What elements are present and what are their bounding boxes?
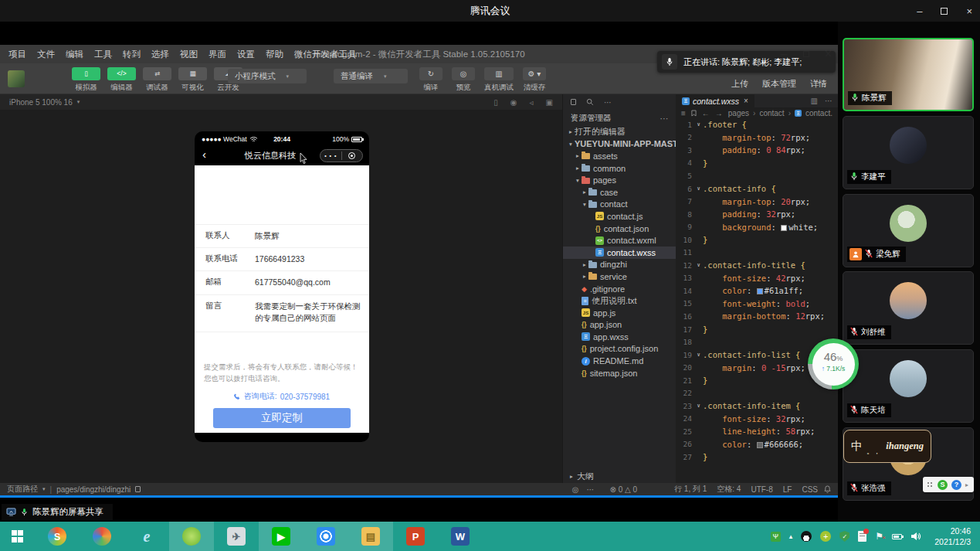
mode-编辑器[interactable]: </>编辑器 — [107, 67, 136, 93]
statusbar-行 1, 列 1[interactable]: 行 1, 列 1 — [674, 484, 707, 495]
editor-more-icon[interactable]: ⋯ — [825, 97, 832, 105]
participant-tile-陈天培[interactable]: 陈天培 — [843, 349, 974, 423]
toolbar-right-版本管理[interactable]: 版本管理 — [762, 78, 796, 90]
more-icon[interactable]: ⋯ — [604, 98, 612, 107]
code-line[interactable]: 25 line-height: 58rpx; — [676, 425, 838, 438]
list-icon[interactable]: ≡ — [681, 109, 686, 117]
tree-item-contact.wxml[interactable]: <>contact.wxml — [563, 234, 676, 247]
code-line[interactable]: 4} — [676, 157, 838, 170]
shield-icon[interactable]: ✓ — [839, 531, 849, 542]
code-line[interactable]: 17} — [676, 323, 838, 336]
tree-item-dingzhi[interactable]: ▸dingzhi — [563, 259, 676, 271]
tree-item-contact[interactable]: ▾contact — [563, 199, 676, 211]
speaker-icon[interactable] — [910, 532, 921, 541]
tree-item-README.md[interactable]: iREADME.md — [563, 355, 676, 367]
toolbar-right-上传[interactable]: 上传 — [731, 78, 748, 90]
statusbar-UTF-8[interactable]: UTF-8 — [751, 485, 772, 494]
mode-模拟器[interactable]: ▯模拟器 — [72, 67, 100, 93]
help-icon[interactable]: ? — [951, 480, 961, 490]
search-icon[interactable] — [586, 98, 594, 106]
bookmark-icon[interactable] — [691, 110, 697, 117]
menu-item-设置[interactable]: 设置 — [232, 49, 260, 60]
nav-forward-icon[interactable]: → — [715, 109, 723, 117]
minimize-icon[interactable]: – — [917, 6, 922, 16]
statusbar-空格: 4[interactable]: 空格: 4 — [717, 484, 741, 495]
caret-up-icon[interactable]: ▴ — [789, 532, 793, 540]
menu-item-项目[interactable]: 项目 — [3, 49, 32, 60]
menu-item-界面[interactable]: 界面 — [203, 49, 232, 60]
start-button[interactable] — [0, 522, 35, 551]
back-icon[interactable]: ‹ — [202, 148, 206, 161]
ime-mode[interactable]: 中 — [851, 439, 863, 454]
code-line[interactable]: 9 background: white; — [676, 220, 838, 233]
safe-plus-icon[interactable]: + — [820, 531, 831, 542]
code-line[interactable]: 7 margin-top: 20rpx; — [676, 195, 838, 208]
explorer-more-icon[interactable]: ⋯ — [660, 114, 669, 123]
customize-now-button[interactable]: 立即定制 — [213, 408, 351, 428]
code-area[interactable]: 1∨.footer {2 margin-top: 72rpx;3 padding… — [676, 118, 838, 483]
taskbar-word[interactable]: W — [438, 522, 483, 551]
taskbar-file-explorer[interactable]: ▤ — [348, 522, 393, 551]
tree-item-YUEYUN-MINI-APP-MASTER[interactable]: ▾YUEYUN-MINI-APP-MASTER — [563, 138, 676, 151]
simulator-toolbar-icon-3[interactable]: ▣ — [546, 98, 553, 107]
participant-tile-刘舒维[interactable]: 刘舒维 — [843, 271, 974, 345]
taskbar-sogou-pinyin[interactable]: S — [35, 522, 80, 551]
grid-icon[interactable] — [927, 481, 934, 488]
toolbar-right-详情[interactable]: 详情 — [810, 78, 827, 90]
doc-alert-icon[interactable] — [858, 531, 866, 542]
simulator-toolbar-icon-2[interactable]: ◃ — [530, 98, 534, 107]
menu-item-文件[interactable]: 文件 — [32, 49, 60, 60]
participant-tile-李建平[interactable]: 李建平 — [843, 116, 974, 189]
code-line[interactable]: 12∨.contact-info-title { — [676, 259, 838, 272]
tree-item-common[interactable]: ▸common — [563, 162, 676, 175]
taskbar-tencent-meeting[interactable] — [303, 522, 348, 551]
bell-icon[interactable] — [824, 485, 831, 493]
taskbar-iqiyi[interactable]: ▶ — [259, 522, 303, 551]
files-icon[interactable] — [571, 99, 576, 105]
tree-item-app.wxss[interactable]: Ξapp.wxss — [563, 331, 676, 343]
breadcrumb-contact.[interactable]: contact. — [805, 109, 832, 117]
eye-icon[interactable]: ◎ — [572, 485, 579, 494]
breadcrumb-contact[interactable]: contact — [759, 109, 784, 117]
participant-tile-梁免辉[interactable]: 梁免辉 — [843, 194, 974, 267]
taskbar-360-safe[interactable] — [169, 522, 214, 551]
code-line[interactable]: 11 — [676, 246, 838, 259]
hotline[interactable]: 咨询电话: 020-37579981 — [195, 391, 369, 402]
code-line[interactable]: 3 padding: 0 84rpx; — [676, 144, 838, 157]
tree-item-app.js[interactable]: JSapp.js — [563, 307, 676, 319]
code-line[interactable]: 16 margin-bottom: 12rpx; — [676, 310, 838, 323]
mode-调试器[interactable]: ⇄调试器 — [143, 67, 171, 93]
tree-item-sitemap.json[interactable]: {}sitemap.json — [563, 367, 676, 379]
simulator-toolbar-icon-1[interactable]: ◉ — [510, 98, 517, 107]
menu-item-转到[interactable]: 转到 — [117, 49, 146, 60]
code-line[interactable]: 13 font-size: 42rpx; — [676, 272, 838, 285]
taskbar-plane-app[interactable]: ✈ — [214, 522, 259, 551]
qq-icon[interactable] — [801, 531, 812, 542]
network-stat-indicator[interactable]: 46% ↑ 7.1K/s — [808, 338, 859, 389]
tree-item-pages[interactable]: ▾pages — [563, 174, 676, 186]
menu-item-编辑[interactable]: 编辑 — [60, 49, 89, 60]
tree-item-assets[interactable]: ▸assets — [563, 150, 676, 162]
menu-item-工具[interactable]: 工具 — [89, 49, 117, 60]
flag-error-icon[interactable]: ⚑× — [875, 531, 883, 542]
mode-可视化[interactable]: ▦可视化 — [178, 67, 207, 93]
code-line[interactable]: 24 font-size: 32rpx; — [676, 413, 838, 426]
mode-select[interactable]: 小程序模式▾ — [228, 69, 307, 83]
simulator-toolbar-icon-0[interactable]: ▯ — [493, 98, 498, 107]
tree-item-app.json[interactable]: {}app.json — [563, 319, 676, 332]
taskbar-clock[interactable]: 20:46 2021/12/3 — [929, 525, 980, 547]
tree-item-使用说明.txt[interactable]: ≡使用说明.txt — [563, 294, 676, 307]
taskbar-internet-explorer[interactable]: e — [124, 522, 169, 551]
compile-select[interactable]: 普通编译▾ — [334, 69, 408, 83]
code-line[interactable]: 15 font-weight: bold; — [676, 298, 838, 311]
tree-item-contact.js[interactable]: JScontact.js — [563, 210, 676, 223]
problems-indicator[interactable]: ⊗ 0 △ 0 — [610, 485, 638, 494]
tree-item-contact.wxss[interactable]: Ξcontact.wxss — [563, 247, 676, 259]
restore-icon[interactable] — [941, 8, 948, 15]
more-menu-button[interactable]: • • • — [320, 153, 341, 158]
code-line[interactable]: 6∨.contact-info { — [676, 182, 838, 196]
breadcrumb-pages[interactable]: pages — [728, 109, 749, 117]
action-预览[interactable]: ◎预览 — [452, 67, 475, 93]
taskbar-browser-360[interactable] — [80, 522, 124, 551]
tree-item-case[interactable]: ▸case — [563, 186, 676, 199]
